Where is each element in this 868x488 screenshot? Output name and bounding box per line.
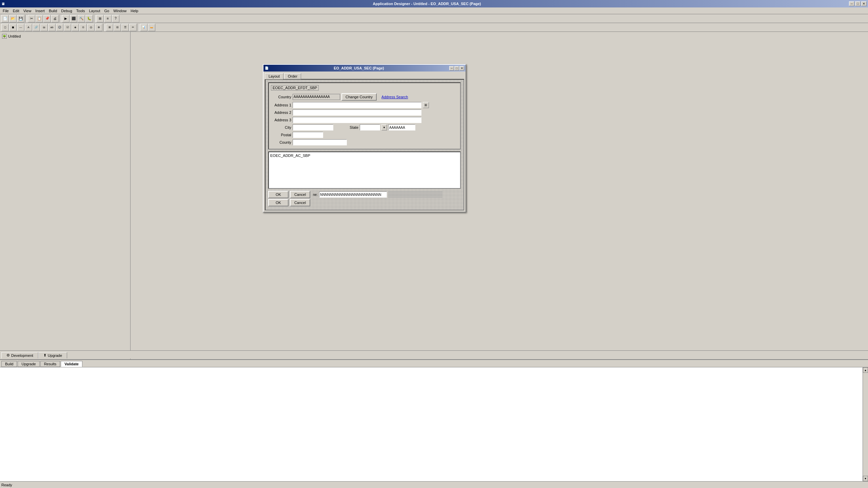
address2-input[interactable]	[293, 109, 421, 116]
menu-build[interactable]: Build	[47, 8, 59, 14]
state-input[interactable]	[360, 124, 380, 130]
tab-build[interactable]: Build	[1, 361, 17, 367]
dialog-close[interactable]: ✕	[459, 66, 464, 70]
menu-bar: File Edit View Insert Build Debug Tools …	[0, 7, 868, 14]
print-button[interactable]: 🖨	[51, 15, 59, 22]
status-bar: Ready	[0, 481, 868, 488]
menu-debug[interactable]: Debug	[59, 8, 74, 14]
tree-item-label: Untitled	[8, 34, 21, 38]
upgrade-tab[interactable]: ⬆ Upgrade	[38, 352, 67, 359]
menu-window[interactable]: Window	[111, 8, 129, 14]
development-tab[interactable]: ⚙ Development	[1, 352, 38, 359]
tool2-12[interactable]: ◎	[87, 24, 95, 31]
tool2-1[interactable]: ◻	[1, 24, 9, 31]
address1-input[interactable]	[293, 102, 421, 108]
city-input[interactable]	[293, 124, 333, 130]
tool2-grid[interactable]: ⊟	[114, 24, 121, 31]
tool2-11[interactable]: ⊙	[79, 24, 87, 31]
menu-layout[interactable]: Layout	[87, 8, 102, 14]
tab-order[interactable]: Order	[284, 73, 301, 79]
maximize-button[interactable]: □	[855, 1, 861, 6]
left-panel-header: 🌳 Untitled	[1, 33, 129, 39]
help-btn[interactable]: ?	[112, 15, 119, 22]
align-button[interactable]: ≡	[104, 15, 112, 22]
tool2-10[interactable]: ◈	[72, 24, 79, 31]
tool2-6[interactable]: 🗂	[40, 24, 48, 31]
minimize-button[interactable]: ─	[849, 1, 854, 6]
postal-row: Postal	[271, 132, 458, 138]
tab-results[interactable]: Results	[40, 361, 60, 367]
ok-button-2[interactable]: OK	[268, 199, 289, 206]
tool2-sig[interactable]: ✏	[129, 24, 137, 31]
state-value-field: AAAAAAA	[388, 124, 415, 130]
scroll-track	[863, 373, 868, 476]
menu-go[interactable]: Go	[102, 8, 111, 14]
menu-help[interactable]: Help	[129, 8, 140, 14]
tool2-13[interactable]: ⊕	[95, 24, 102, 31]
grid-button[interactable]: ⊞	[96, 15, 104, 22]
tool2-2[interactable]: ◼	[9, 24, 17, 31]
menu-tools[interactable]: Tools	[74, 8, 87, 14]
change-country-button[interactable]: Change Country	[341, 93, 377, 101]
tool2-table[interactable]: ⊞	[106, 24, 113, 31]
menu-edit[interactable]: Edit	[11, 8, 21, 14]
dialog-maximize[interactable]: □	[454, 66, 459, 70]
tool2-pie[interactable]: 🥧	[148, 24, 155, 31]
tool2-bar[interactable]: 📊	[140, 24, 147, 31]
save-button[interactable]: 💾	[17, 15, 24, 22]
address-search-link[interactable]: Address Search	[381, 95, 408, 99]
open-button[interactable]: 📂	[9, 15, 17, 22]
tool2-5[interactable]: 🔗	[33, 24, 40, 31]
stop-button[interactable]: ⬛	[70, 15, 77, 22]
upgrade-tab-label: Upgrade	[48, 353, 62, 358]
output-scrollbar[interactable]: ▲ ▼	[863, 367, 868, 481]
ok-button-1[interactable]: OK	[268, 191, 289, 198]
address1-lookup-button[interactable]: ⊞	[423, 102, 429, 108]
button-row-1: OK Cancel ne: NNNNNNNNNNNNNNNNNNNNNNNNN	[268, 191, 461, 198]
tool2-8[interactable]: 🔘	[56, 24, 63, 31]
tool2-9[interactable]: ☑	[64, 24, 71, 31]
tab-validate[interactable]: Validate	[61, 361, 82, 367]
paste-button[interactable]: 📌	[43, 15, 51, 22]
cancel-button-1[interactable]: Cancel	[290, 191, 310, 198]
close-button[interactable]: ✕	[861, 1, 867, 6]
tool2-4[interactable]: A	[25, 24, 32, 31]
debug-button[interactable]: 🐛	[85, 15, 93, 22]
ne-label: ne:	[313, 193, 318, 197]
dialog-title-bar: 📄 EO_ADDR_USA_SEC (Page) ─ □ ✕	[263, 65, 466, 72]
tab-upgrade[interactable]: Upgrade	[18, 361, 39, 367]
nnn-value: NNNNNNNNNNNNNNNNNNNNNNNNN	[320, 193, 381, 197]
address3-input[interactable]	[293, 117, 421, 123]
title-bar: 🖥 Application Designer - Untitled - EO_A…	[0, 0, 868, 7]
menu-file[interactable]: File	[1, 8, 11, 14]
scroll-up[interactable]: ▲	[863, 367, 868, 373]
menu-insert[interactable]: Insert	[33, 8, 47, 14]
cut-button[interactable]: ✂	[28, 15, 35, 22]
build-button[interactable]: 🔨	[78, 15, 85, 22]
tool2-list[interactable]: ☰	[121, 24, 129, 31]
new-button[interactable]: 📄	[1, 15, 9, 22]
output-tab-bar: Build Upgrade Results Validate	[0, 360, 868, 367]
postal-input[interactable]	[293, 132, 323, 138]
county-input[interactable]	[293, 139, 347, 145]
cancel-button-2[interactable]: Cancel	[290, 199, 310, 206]
toolbar-2: ◻ ◼ — A 🔗 🗂 ab 🔘 ☑ ◈ ⊙ ◎ ⊕ ⊞ ⊟ ☰ ✏ 📊 🥧	[0, 23, 868, 32]
status-text: Ready	[1, 483, 12, 487]
output-panel: Build Upgrade Results Validate ▲ ▼	[0, 359, 868, 481]
menu-view[interactable]: View	[21, 8, 34, 14]
button-row-2: OK Cancel	[268, 199, 461, 206]
toolbar-1: 📄 📂 💾 ✂ 📋 📌 🖨 ▶ ⬛ 🔨 🐛 ⊞ ≡ ?	[0, 14, 868, 23]
nnn-field[interactable]: NNNNNNNNNNNNNNNNNNNNNNNNN	[319, 191, 387, 198]
run-button[interactable]: ▶	[62, 15, 70, 22]
copy-button[interactable]: 📋	[36, 15, 43, 22]
title-controls: ─ □ ✕	[849, 1, 867, 6]
dialog-icon: 📄	[265, 66, 269, 70]
state-dropdown-button[interactable]: ▼	[381, 124, 387, 130]
upgrade-icon: ⬆	[43, 353, 46, 358]
tool2-7[interactable]: ab	[48, 24, 56, 31]
tool2-3[interactable]: —	[17, 24, 24, 31]
tab-layout[interactable]: Layout	[265, 73, 283, 79]
scroll-down[interactable]: ▼	[863, 476, 868, 481]
dialog-minimize[interactable]: ─	[449, 66, 454, 70]
dev-icon: ⚙	[6, 353, 10, 358]
